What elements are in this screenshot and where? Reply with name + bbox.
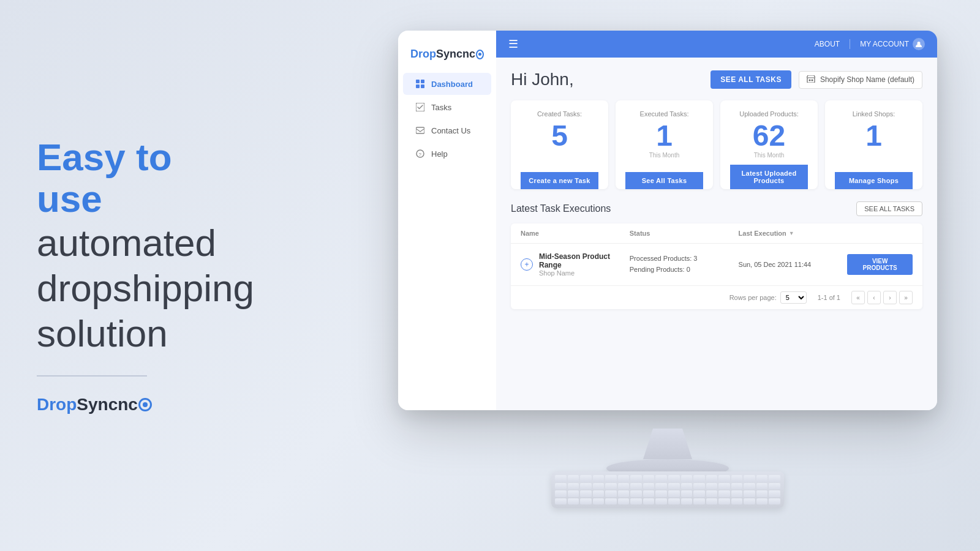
col-execution: Last Execution ▼ bbox=[739, 230, 848, 237]
my-account-label: MY ACCOUNT bbox=[860, 40, 909, 48]
see-all-tasks-outline-button[interactable]: SEE ALL TASKS bbox=[856, 201, 922, 216]
see-all-tasks-stat-button[interactable]: See All Tasks bbox=[625, 172, 703, 189]
monitor-wrap: Drop Sync nc Dashboard bbox=[374, 31, 962, 533]
sidebar-brand: Drop Sync nc bbox=[398, 43, 496, 73]
sidebar-label-tasks: Tasks bbox=[431, 103, 451, 112]
keyboard-body bbox=[551, 471, 784, 508]
topbar-my-account[interactable]: MY ACCOUNT bbox=[860, 38, 925, 50]
key bbox=[555, 498, 567, 505]
dashboard-header: Hi John, SEE ALL TASKS bbox=[511, 70, 922, 89]
sidebar-item-contact[interactable]: Contact Us bbox=[403, 119, 491, 141]
topbar-about[interactable]: ABOUT bbox=[815, 40, 840, 48]
stat-sublabel-executed: This Month bbox=[649, 152, 679, 159]
section-title: Latest Task Executions bbox=[511, 203, 611, 214]
key bbox=[718, 483, 730, 490]
sidebar-item-dashboard[interactable]: Dashboard bbox=[403, 73, 491, 95]
key bbox=[643, 498, 655, 505]
svg-text:?: ? bbox=[419, 152, 422, 157]
stat-number-linked: 1 bbox=[865, 121, 882, 151]
key bbox=[580, 483, 592, 490]
key bbox=[655, 475, 667, 482]
expand-row-button[interactable]: + bbox=[521, 258, 533, 271]
key bbox=[731, 498, 743, 505]
svg-point-10 bbox=[809, 79, 810, 81]
dashboard-page: Hi John, SEE ALL TASKS bbox=[496, 58, 937, 410]
key bbox=[618, 498, 630, 505]
header-right: SEE ALL TASKS Shopify Shop Name ( bbox=[710, 70, 922, 89]
table-header: Name Status Last Execution ▼ bbox=[511, 223, 922, 244]
exec-cell: Sun, 05 Dec 2021 11:44 bbox=[739, 261, 848, 268]
key bbox=[580, 498, 592, 505]
section-header: Latest Task Executions SEE ALL TASKS bbox=[511, 201, 922, 216]
stats-grid: Created Tasks: 5 Create a new Task Execu… bbox=[511, 100, 922, 189]
sidebar-item-tasks[interactable]: Tasks bbox=[403, 96, 491, 118]
hamburger-icon[interactable]: ☰ bbox=[508, 37, 518, 51]
sidebar-nav: Dashboard Tasks bbox=[398, 73, 496, 165]
sidebar-brand-nc: nc bbox=[462, 48, 475, 61]
pagination-controls: « ‹ › » bbox=[851, 291, 913, 304]
stat-label-linked: Linked Shops: bbox=[853, 110, 895, 118]
key bbox=[643, 475, 655, 482]
action-cell: VIEW PRODUCTS bbox=[847, 254, 913, 275]
key bbox=[668, 483, 680, 490]
create-task-button[interactable]: Create a new Task bbox=[521, 172, 598, 189]
brand-logo-left: Drop Sync nc bbox=[37, 395, 221, 414]
key bbox=[744, 483, 755, 490]
pagination-info: 1-1 of 1 bbox=[818, 294, 840, 301]
key bbox=[655, 490, 667, 497]
left-panel: Easy to use automated dropshipping solut… bbox=[0, 0, 257, 551]
sidebar: Drop Sync nc Dashboard bbox=[398, 31, 496, 410]
tagline-rest: automated dropshipping solution bbox=[37, 220, 221, 357]
key bbox=[731, 483, 743, 490]
key bbox=[693, 475, 705, 482]
stand-neck bbox=[643, 429, 692, 459]
table-footer: Rows per page: 5 10 25 1-1 of 1 « ‹ › bbox=[511, 286, 922, 309]
next-page-button[interactable]: › bbox=[883, 291, 897, 304]
help-icon: ? bbox=[415, 149, 425, 159]
stat-number-created: 5 bbox=[551, 121, 568, 151]
svg-rect-0 bbox=[416, 80, 420, 83]
task-name-info: Mid-Season Product Range Shop Name bbox=[539, 252, 630, 277]
key bbox=[756, 498, 768, 505]
key bbox=[693, 483, 705, 490]
key bbox=[693, 498, 705, 505]
key bbox=[756, 490, 768, 497]
key bbox=[643, 490, 655, 497]
status-cell: Processed Products: 3 Pending Products: … bbox=[630, 253, 739, 275]
rows-per-page-label: Rows per page: bbox=[729, 294, 777, 301]
monitor-screen: Drop Sync nc Dashboard bbox=[398, 31, 937, 410]
task-table: Name Status Last Execution ▼ + Mid-Seaso… bbox=[511, 223, 922, 309]
status-line1: Processed Products: 3 bbox=[630, 253, 739, 264]
key bbox=[744, 475, 755, 482]
sidebar-item-help[interactable]: ? Help bbox=[403, 143, 491, 165]
key bbox=[618, 490, 630, 497]
manage-shops-button[interactable]: Manage Shops bbox=[835, 172, 913, 189]
first-page-button[interactable]: « bbox=[851, 291, 865, 304]
rows-per-page-select[interactable]: 5 10 25 bbox=[780, 291, 807, 304]
latest-uploaded-button[interactable]: Latest Uploaded Products bbox=[730, 165, 808, 189]
key bbox=[706, 475, 718, 482]
key bbox=[731, 490, 743, 497]
task-name-text: Mid-Season Product Range bbox=[539, 252, 630, 269]
svg-rect-5 bbox=[416, 127, 424, 133]
task-name-cell: + Mid-Season Product Range Shop Name bbox=[521, 252, 630, 277]
key bbox=[593, 498, 605, 505]
sidebar-label-help: Help bbox=[431, 149, 448, 159]
topbar-divider bbox=[850, 39, 850, 49]
task-shop: Shop Name bbox=[539, 269, 630, 277]
key bbox=[555, 475, 567, 482]
account-icon bbox=[913, 38, 925, 50]
view-products-button[interactable]: VIEW PRODUCTS bbox=[847, 254, 913, 275]
see-all-tasks-button[interactable]: SEE ALL TASKS bbox=[710, 70, 791, 89]
key bbox=[769, 490, 780, 497]
last-page-button[interactable]: » bbox=[899, 291, 913, 304]
key bbox=[706, 498, 718, 505]
shop-badge[interactable]: Shopify Shop Name (default) bbox=[799, 71, 922, 89]
key bbox=[630, 498, 642, 505]
key bbox=[655, 498, 667, 505]
stat-label-executed: Executed Tasks: bbox=[640, 110, 689, 118]
prev-page-button[interactable]: ‹ bbox=[867, 291, 881, 304]
key bbox=[681, 475, 693, 482]
sidebar-brand-drop: Drop bbox=[410, 48, 436, 61]
svg-rect-1 bbox=[421, 80, 424, 83]
